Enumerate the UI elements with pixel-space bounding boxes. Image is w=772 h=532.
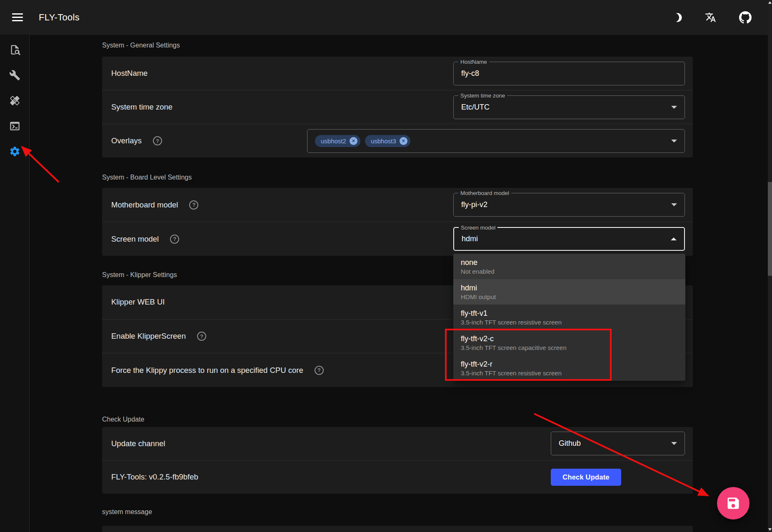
menu-item-primary: fly-tft-v2-r — [461, 360, 678, 369]
row-update-channel: Update channel Github — [102, 427, 693, 461]
scrollbar-down-arrow-icon[interactable] — [768, 528, 772, 531]
section-title-board: System - Board Level Settings — [102, 174, 192, 181]
topbar-actions — [670, 9, 754, 26]
translate-button[interactable] — [702, 9, 719, 26]
sidebar-item-flash[interactable] — [4, 90, 25, 111]
screen-model-menu: none Not enabled hdmi HDMI output fly-tf… — [453, 254, 685, 381]
hostname-input[interactable] — [461, 69, 677, 78]
translate-icon — [705, 12, 716, 23]
menu-item-primary: fly-tft-v1 — [461, 309, 678, 318]
hostname-field[interactable]: HostName — [453, 62, 685, 85]
update-channel-select[interactable]: Github — [551, 432, 685, 455]
help-icon[interactable]: ? — [189, 200, 198, 210]
timezone-select[interactable]: System time zone Etc/UTC — [453, 95, 685, 119]
scrollbar-thumb[interactable] — [768, 182, 772, 276]
dark-mode-button[interactable] — [670, 9, 687, 26]
bandage-icon — [9, 95, 20, 106]
menu-button[interactable] — [12, 13, 23, 21]
chevron-down-icon — [671, 203, 677, 206]
hostname-field-label: HostName — [458, 58, 489, 66]
chevron-down-icon — [671, 106, 677, 109]
github-icon — [739, 11, 752, 24]
menu-item-hdmi[interactable]: hdmi HDMI output — [453, 279, 685, 305]
hostname-label: HostName — [111, 69, 147, 78]
menu-item-secondary: 3.5-inch TFT screen capacitive screen — [461, 344, 678, 352]
chip-label: usbhost2 — [321, 137, 346, 145]
terminal-icon — [9, 120, 20, 132]
help-icon[interactable]: ? — [315, 366, 324, 375]
menu-item-none[interactable]: none Not enabled — [453, 254, 685, 279]
section-title-general: System - General Settings — [102, 42, 180, 49]
section-title-update: Check Update — [102, 416, 144, 423]
save-fab-button[interactable] — [717, 487, 750, 520]
gear-icon — [9, 146, 20, 157]
menu-item-primary: none — [461, 258, 678, 267]
screen-model-field-label: Screen model — [459, 224, 497, 232]
chevron-down-icon — [671, 442, 677, 445]
help-icon[interactable]: ? — [197, 332, 206, 341]
row-timezone: System time zone System time zone Etc/UT… — [102, 90, 693, 124]
chip-label: usbhost3 — [371, 137, 396, 145]
moon-icon — [673, 12, 684, 23]
app-root: FLY-Tools System — [0, 0, 772, 532]
card-update: Update channel Github FLY-Tools: v0.2.5-… — [102, 427, 693, 494]
section-title-message: system message — [102, 508, 152, 516]
overlays-chips: usbhost2 ✕ usbhost3 ✕ — [315, 135, 410, 147]
sidebar-item-tools[interactable] — [4, 64, 25, 86]
sidebar-item-terminal[interactable] — [4, 115, 25, 137]
help-icon[interactable]: ? — [153, 136, 162, 145]
menu-item-secondary: Not enabled — [461, 267, 678, 275]
sidebar-item-info[interactable] — [4, 39, 25, 60]
row-hostname: HostName HostName — [102, 57, 693, 90]
github-button[interactable] — [737, 9, 754, 26]
version-text: FLY-Tools: v0.2.5-fb9bfeb — [111, 472, 198, 482]
timezone-value: Etc/UTC — [461, 103, 490, 112]
menu-item-primary: hdmi — [461, 283, 678, 293]
screen-model-label: Screen model — [111, 235, 159, 244]
section-title-klipper: System - Klipper Settings — [102, 271, 177, 279]
timezone-label: System time zone — [111, 102, 172, 112]
overlays-label: Overlays — [111, 136, 142, 145]
chevron-up-icon — [671, 237, 677, 240]
scrollbar[interactable] — [768, 0, 772, 532]
motherboard-value: fly-pi-v2 — [461, 200, 487, 209]
help-icon[interactable]: ? — [170, 235, 179, 244]
motherboard-label: Motherboard model — [111, 200, 178, 210]
menu-item-fly-tft-v2-r[interactable]: fly-tft-v2-r 3.5-inch TFT screen resisti… — [453, 355, 685, 381]
motherboard-field-label: Motherboard model — [458, 189, 511, 197]
app-title: FLY-Tools — [39, 12, 80, 23]
chip-remove-icon[interactable]: ✕ — [400, 137, 407, 145]
row-version: FLY-Tools: v0.2.5-fb9bfeb Check Update — [102, 461, 693, 494]
check-update-button-wrap: Check Update — [551, 469, 685, 486]
card-board: Motherboard model ? Motherboard model fl… — [102, 188, 693, 256]
screen-model-value: hdmi — [462, 235, 478, 243]
scrollbar-up-arrow-icon[interactable] — [768, 1, 772, 4]
sidebar-item-settings[interactable] — [4, 140, 25, 162]
update-channel-label: Update channel — [111, 439, 165, 448]
hamburger-icon — [12, 13, 23, 15]
menu-item-primary: fly-tft-v2-c — [461, 334, 678, 344]
card-message — [102, 526, 693, 532]
chip-usbhost3: usbhost3 ✕ — [365, 135, 410, 147]
sidebar — [0, 35, 30, 532]
chip-usbhost2: usbhost2 ✕ — [315, 135, 360, 147]
menu-item-secondary: 3.5-inch TFT screen resistive screen — [461, 318, 678, 326]
menu-item-fly-tft-v1[interactable]: fly-tft-v1 3.5-inch TFT screen resistive… — [453, 305, 685, 330]
row-motherboard: Motherboard model ? Motherboard model fl… — [102, 188, 693, 222]
chip-remove-icon[interactable]: ✕ — [350, 137, 357, 145]
topbar: FLY-Tools — [0, 0, 772, 35]
update-channel-value: Github — [559, 439, 581, 448]
row-overlays: Overlays ? usbhost2 ✕ usbhost3 ✕ — [102, 124, 693, 157]
overlays-field[interactable]: usbhost2 ✕ usbhost3 ✕ — [307, 129, 685, 153]
check-update-button[interactable]: Check Update — [551, 469, 621, 486]
menu-item-secondary: 3.5-inch TFT screen resistive screen — [461, 369, 678, 377]
row-screen-model: Screen model ? Screen model hdmi — [102, 222, 693, 256]
menu-item-fly-tft-v2-c[interactable]: fly-tft-v2-c 3.5-inch TFT screen capacit… — [453, 330, 685, 355]
klipperscreen-label: Enable KlipperScreen — [111, 332, 186, 341]
card-general: HostName HostName System time zone Syste… — [102, 57, 693, 157]
file-search-icon — [9, 44, 20, 55]
screen-model-select[interactable]: Screen model hdmi — [453, 227, 685, 251]
motherboard-select[interactable]: Motherboard model fly-pi-v2 — [453, 193, 685, 217]
klippy-cpu-core-label: Force the Klippy process to run on a spe… — [111, 366, 303, 375]
save-icon — [726, 496, 741, 511]
